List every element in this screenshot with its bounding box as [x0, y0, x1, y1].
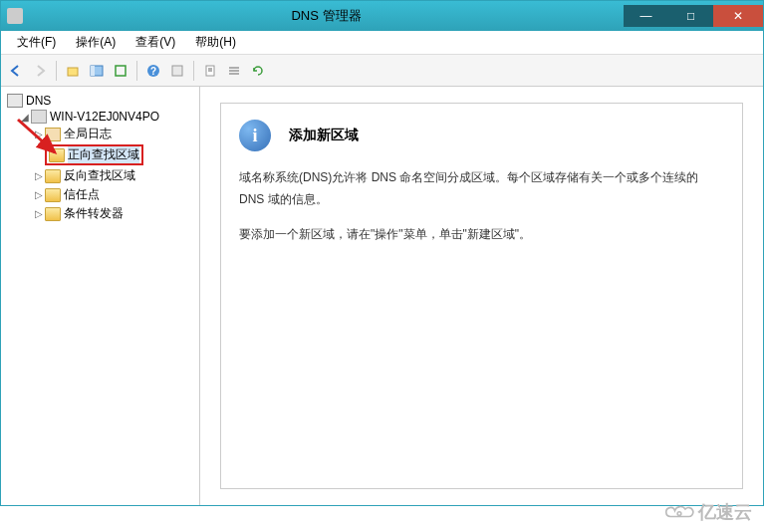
svg-rect-3 — [116, 66, 126, 76]
folder-icon — [45, 169, 61, 183]
detail-paragraph-1: 域名称系统(DNS)允许将 DNS 命名空间分成区域。每个区域存储有关一个或多个… — [239, 167, 724, 210]
svg-rect-0 — [68, 68, 78, 76]
svg-point-14 — [677, 512, 681, 516]
svg-rect-2 — [91, 66, 95, 76]
export-button[interactable] — [110, 60, 131, 82]
folder-icon — [45, 207, 61, 221]
tree-label: DNS — [26, 94, 51, 108]
maximize-button[interactable]: □ — [668, 5, 713, 27]
tree-global-log[interactable]: ▷ 全局日志 — [5, 125, 195, 143]
tree-label: 信任点 — [64, 186, 100, 203]
menu-file[interactable]: 文件(F) — [7, 34, 66, 51]
watermark-text: 亿速云 — [698, 500, 752, 524]
tree-label: WIN-V12EJ0NV4PO — [50, 110, 159, 124]
tree-panel: DNS ◢ WIN-V12EJ0NV4PO ▷ 全局日志 正向查找区域 ▷ — [1, 87, 200, 505]
properties-button[interactable] — [166, 60, 188, 82]
tree-label: 条件转发器 — [64, 205, 124, 222]
folder-icon — [45, 188, 61, 202]
detail-body: 域名称系统(DNS)允许将 DNS 命名空间分成区域。每个区域存储有关一个或多个… — [239, 167, 724, 246]
menu-action[interactable]: 操作(A) — [66, 34, 126, 51]
tree-label: 反向查找区域 — [64, 167, 135, 184]
separator — [136, 61, 137, 81]
forward-button[interactable] — [29, 60, 51, 82]
watermark: 亿速云 — [664, 500, 752, 524]
tree-trust-points[interactable]: ▷ 信任点 — [5, 185, 195, 204]
tree-root-dns[interactable]: DNS — [5, 93, 195, 109]
title-bar: DNS 管理器 — □ ✕ — [1, 1, 763, 31]
window-title: DNS 管理器 — [29, 7, 624, 25]
separator — [193, 61, 194, 81]
expand-icon[interactable]: ▷ — [33, 189, 45, 200]
tree-conditional-forwarders[interactable]: ▷ 条件转发器 — [5, 204, 195, 223]
up-button[interactable] — [62, 60, 84, 82]
close-button[interactable]: ✕ — [713, 5, 763, 27]
list-button[interactable] — [223, 60, 245, 82]
tree-server-node[interactable]: ◢ WIN-V12EJ0NV4PO — [5, 109, 195, 125]
detail-panel: i 添加新区域 域名称系统(DNS)允许将 DNS 命名空间分成区域。每个区域存… — [200, 87, 763, 505]
folder-icon — [49, 148, 65, 162]
window-controls: — □ ✕ — [624, 5, 763, 27]
minimize-button[interactable]: — — [624, 5, 668, 27]
back-button[interactable] — [5, 60, 27, 82]
toolbar: ? — [1, 55, 763, 87]
help-button[interactable]: ? — [142, 60, 164, 82]
dns-icon — [7, 94, 23, 108]
detail-heading: 添加新区域 — [289, 127, 359, 144]
info-icon: i — [239, 120, 271, 151]
server-icon — [31, 110, 47, 124]
detail-header: i 添加新区域 — [239, 120, 724, 151]
svg-text:?: ? — [150, 66, 156, 77]
detail-paragraph-2: 要添加一个新区域，请在"操作"菜单，单击"新建区域"。 — [239, 224, 724, 246]
expand-icon[interactable]: ▷ — [33, 170, 45, 181]
menu-help[interactable]: 帮助(H) — [185, 34, 246, 51]
detail-content: i 添加新区域 域名称系统(DNS)允许将 DNS 命名空间分成区域。每个区域存… — [220, 103, 743, 489]
log-icon — [45, 128, 61, 141]
annotation-highlight: 正向查找区域 — [45, 144, 143, 165]
expand-icon[interactable]: ▷ — [33, 129, 45, 139]
menu-view[interactable]: 查看(V) — [126, 34, 185, 51]
content-area: DNS ◢ WIN-V12EJ0NV4PO ▷ 全局日志 正向查找区域 ▷ — [1, 87, 763, 505]
tree-forward-zone[interactable]: 正向查找区域 — [5, 143, 195, 166]
watermark-icon — [664, 502, 694, 522]
expand-icon[interactable]: ▷ — [33, 208, 45, 219]
app-icon — [7, 8, 23, 24]
menu-bar: 文件(F) 操作(A) 查看(V) 帮助(H) — [1, 31, 763, 55]
svg-rect-6 — [172, 66, 182, 76]
filter-button[interactable] — [199, 60, 221, 82]
collapse-icon[interactable]: ◢ — [19, 112, 31, 123]
app-window: DNS 管理器 — □ ✕ 文件(F) 操作(A) 查看(V) 帮助(H) ? … — [0, 0, 764, 506]
refresh-button[interactable] — [247, 60, 269, 82]
tree-reverse-zone[interactable]: ▷ 反向查找区域 — [5, 166, 195, 185]
tree-label: 全局日志 — [64, 126, 112, 142]
tree-label: 正向查找区域 — [68, 146, 139, 163]
show-hide-button[interactable] — [86, 60, 108, 82]
separator — [56, 61, 57, 81]
